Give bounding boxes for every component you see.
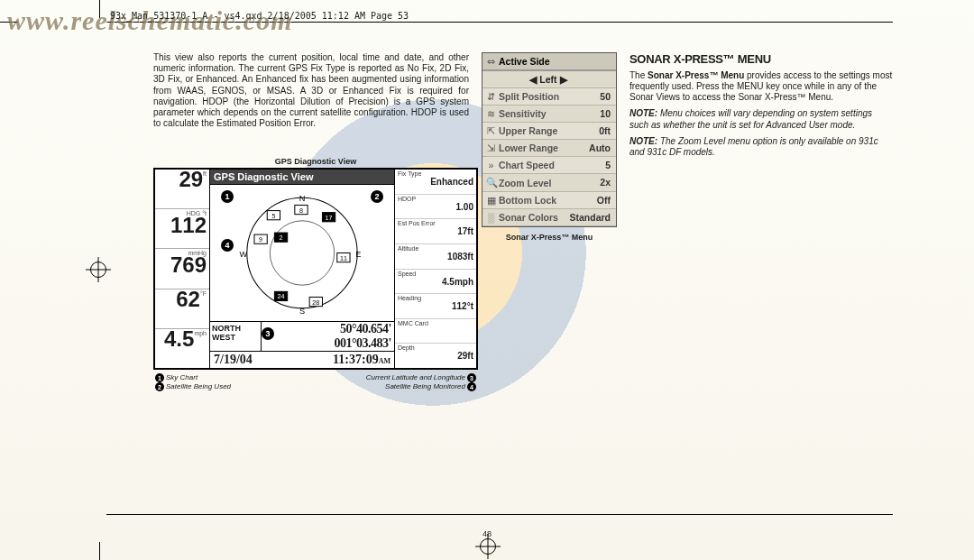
menu-value: 5 [605, 160, 611, 170]
menu-label: Lower Range [499, 142, 558, 153]
note-2: NOTE: The Zoom Level menu option is only… [629, 136, 893, 158]
callout-3-icon: 3 [262, 327, 274, 340]
chart-speed-icon: » [486, 160, 496, 170]
menu-label: Bottom Lock [499, 195, 556, 206]
svg-text:11: 11 [340, 255, 347, 262]
menu-value: Off [597, 195, 611, 206]
split-icon: ⇵ [486, 91, 496, 102]
body-paragraph-1: This view also reports the current posit… [153, 52, 469, 129]
menu-label: Sonar Colors [499, 212, 558, 223]
callout-text-3: Current Latitude and Longitude [366, 373, 465, 381]
section-heading: SONAR X-PRESS™ MENU [629, 52, 893, 67]
svg-text:28: 28 [312, 299, 319, 307]
bottom-lock-icon: ▦ [486, 195, 496, 206]
zoom-icon: 🔍 [486, 177, 496, 188]
menu-label: Upper Range [499, 125, 557, 136]
svg-text:2: 2 [280, 234, 283, 242]
menu-label: Split Position [499, 91, 559, 102]
gps-figure-caption: GPS Diagnostic View [153, 157, 478, 166]
svg-text:W: W [239, 250, 247, 259]
menu-value: Auto [589, 142, 611, 153]
sensitivity-icon: ≋ [486, 108, 496, 119]
gps-left-column: ft29 HDG °t112 mmHg769 °F62 mph4.5 [155, 170, 210, 368]
gps-datetime: 7/19/04 11:37:09AM [210, 352, 394, 368]
callout-4-icon: 4 [221, 239, 234, 252]
menu-label: Zoom Level [499, 178, 551, 188]
svg-text:S: S [299, 307, 305, 316]
svg-text:24: 24 [278, 294, 285, 301]
gps-sky-chart: N S W E 5 8 17 9 2 11 24 28 1 [210, 185, 394, 322]
svg-text:E: E [355, 250, 361, 259]
menu-value-selector[interactable]: ◀ Left ▶ [482, 71, 616, 88]
callout-text-2: Satellite Being Used [166, 382, 231, 390]
menu-value: 2x [600, 177, 611, 188]
svg-text:N: N [299, 194, 306, 203]
menu-value: Standard [569, 212, 611, 223]
svg-text:5: 5 [271, 213, 275, 220]
sonar-menu-caption: Sonar X-Press™ Menu [482, 233, 617, 242]
sonar-colors-icon: ░ [486, 212, 496, 223]
menu-label: Active Side [499, 56, 550, 67]
menu-label: Sensitivity [499, 108, 547, 119]
header-rule [106, 22, 893, 23]
gps-diagnostic-figure: GPS Diagnostic View ft29 HDG °t112 mmHg7… [153, 151, 478, 391]
menu-value: 0ft [599, 125, 611, 136]
gps-screen-title: GPS Diagnostic View [210, 170, 394, 185]
page-header-meta: 93x_Man_531370-1_A - vs4.qxd 2/18/2005 1… [110, 11, 409, 21]
callout-text-4: Satellite Being Monitored [385, 382, 465, 390]
svg-text:9: 9 [259, 236, 262, 243]
menu-value: 50 [600, 91, 611, 102]
svg-text:8: 8 [299, 207, 303, 215]
callout-text-1: Sky Chart [166, 373, 198, 381]
body-text: The Sonar X-Press™ Menu provides access … [629, 70, 892, 102]
svg-text:17: 17 [326, 215, 333, 222]
menu-value: 10 [600, 108, 611, 119]
note-1: NOTE: Menu choices will vary depending o… [629, 108, 893, 130]
lower-range-icon: ⇲ [486, 142, 496, 153]
callout-1-icon: 1 [221, 190, 234, 203]
active-side-icon: ⇔ [486, 56, 496, 67]
sonar-xpress-menu: ⇔Active Side ◀ Left ▶ ⇵Split Position50 … [482, 52, 617, 227]
gps-coords: NORTHWEST 3 50°40.654'001°03.483' [210, 322, 394, 352]
svg-point-1 [270, 221, 334, 285]
upper-range-icon: ⇱ [486, 125, 496, 136]
gps-right-column: Fix TypeEnhanced HDOP1.00 Est Pos Error1… [394, 170, 476, 368]
callout-2-icon: 2 [371, 190, 383, 203]
menu-label: Chart Speed [499, 160, 555, 170]
